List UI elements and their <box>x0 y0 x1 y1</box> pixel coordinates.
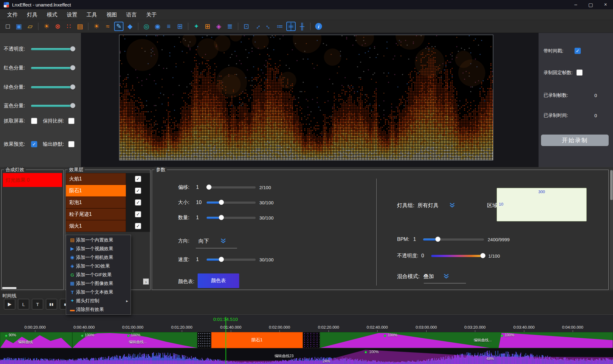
maximize-button[interactable]: ▢ <box>583 0 598 9</box>
grab-screen-checkbox[interactable] <box>31 118 37 124</box>
opacity-slider[interactable] <box>31 48 75 50</box>
menu-view[interactable]: 视图 <box>102 9 122 20</box>
keep-ratio-checkbox[interactable] <box>68 118 74 124</box>
playhead[interactable] <box>226 317 226 364</box>
red-slider-handle[interactable] <box>70 65 75 70</box>
colormap-button[interactable]: 颜色表 <box>198 273 239 288</box>
fixture-group-combo[interactable]: 灯具组: 所有灯具 <box>397 202 455 209</box>
layer-bubble-checkbox[interactable]: ✓ <box>135 199 141 206</box>
layer-row-firework[interactable]: 烟火1 ✓ <box>66 220 150 232</box>
menu-clear-all-effects[interactable]: ▬清除所有效果 <box>66 305 131 314</box>
minimize-button[interactable]: – <box>568 0 583 9</box>
layer-row-particle-trail[interactable]: 粒子尾迹1 ✓ <box>66 208 150 220</box>
menu-add-video-effect[interactable]: ▶添加一个视频效果 <box>66 244 131 253</box>
fixed-frames-checkbox[interactable] <box>576 69 583 76</box>
menu-mode[interactable]: 模式 <box>42 9 62 20</box>
speed-param-slider[interactable] <box>207 259 256 261</box>
menu-add-text-effect[interactable]: T添加一个文本效果 <box>66 288 131 296</box>
layer-row-bubble[interactable]: 彩泡1 ✓ <box>66 197 150 208</box>
direction-combo[interactable]: 方向: 向下 <box>178 237 226 245</box>
ink-fill-icon[interactable]: ◆ <box>125 22 135 31</box>
effect-preview-checkbox[interactable]: ✓ <box>31 141 37 147</box>
brightness-icon[interactable]: ☀ <box>92 22 101 31</box>
compose-hscrollbar[interactable] <box>2 287 16 289</box>
offset-param-slider[interactable] <box>207 186 256 189</box>
bpm-slider[interactable] <box>423 238 484 241</box>
menu-add-camera-effect[interactable]: ◉添加一个相机效果 <box>66 253 131 262</box>
close-button[interactable]: × <box>598 0 613 9</box>
layer-opacity-slider-handle[interactable] <box>480 253 485 258</box>
layers-scroll-right-button[interactable]: › <box>143 278 149 285</box>
size-param-slider[interactable] <box>207 202 256 204</box>
offset-slider-handle[interactable] <box>206 184 212 190</box>
playlist-icon[interactable]: ≔ <box>275 22 284 31</box>
fullscreen-icon[interactable]: ↔ <box>262 20 275 33</box>
menu-settings[interactable]: 设置 <box>62 9 82 20</box>
menu-add-3d-effect[interactable]: ◈添加一个3D效果 <box>66 262 131 270</box>
spray-icon[interactable]: ≈ <box>103 22 112 31</box>
layer-particle-checkbox[interactable]: ✓ <box>135 211 141 217</box>
chevron-down-icon[interactable] <box>220 238 226 243</box>
red-component-slider[interactable] <box>31 67 75 69</box>
grid-layout-icon[interactable]: ⊞ <box>175 22 185 31</box>
opacity-slider-handle[interactable] <box>70 46 75 51</box>
new-file-icon[interactable]: □ <box>3 22 12 31</box>
menu-language[interactable]: 语言 <box>122 9 141 20</box>
timeline-ruler[interactable]: 0:01:34.510 0:00:20.000 0:00:40.000 0:01… <box>0 315 613 332</box>
light-effect-item[interactable]: 灯光效果 0 <box>3 173 62 187</box>
time-marker-button[interactable]: T <box>32 299 43 309</box>
fixture-group-value[interactable]: 所有灯具 <box>418 202 439 209</box>
preview-eye-icon[interactable]: ◉ <box>153 22 162 31</box>
save-icon[interactable]: ▣ <box>14 22 24 31</box>
blue-component-slider[interactable] <box>31 105 75 107</box>
sliders-vertical-icon[interactable]: ╫ <box>298 22 307 31</box>
fit-frame-icon[interactable]: ⊡ <box>242 22 251 31</box>
menu-moving-head-control[interactable]: ✦摇头灯控制▸ <box>66 296 131 305</box>
direction-value[interactable]: 向下 <box>199 237 209 245</box>
expand-diagonal-icon[interactable]: ↔ <box>251 20 264 33</box>
count-slider-handle[interactable] <box>219 215 224 220</box>
clip-video-thumb[interactable] <box>197 332 211 348</box>
green-component-slider[interactable] <box>31 86 75 88</box>
menu-add-builtin-effect[interactable]: ▤添加一个内置效果 <box>66 236 131 244</box>
sliders-horizontal-icon[interactable]: ╪ <box>286 22 296 31</box>
count-param-slider[interactable] <box>207 217 256 219</box>
menu-fixtures[interactable]: 灯具 <box>22 9 42 20</box>
bpm-slider-handle[interactable] <box>435 237 441 242</box>
open-folder-icon[interactable]: ▱ <box>25 22 35 31</box>
layer-opacity-slider[interactable] <box>431 255 485 257</box>
menu-add-image-effect[interactable]: ▦添加一个图像效果 <box>66 279 131 288</box>
menu-file[interactable]: 文件 <box>2 9 22 20</box>
lamp-effect-icon[interactable]: ☀ <box>42 22 51 31</box>
color-diamond-icon[interactable]: ◈ <box>214 22 223 31</box>
led-dots-icon[interactable]: ∷ <box>64 22 74 31</box>
layer-fire-checkbox[interactable]: ✓ <box>135 176 141 182</box>
blend-mode-value[interactable]: 叠加 <box>423 273 434 280</box>
chevron-down-icon[interactable] <box>443 274 449 279</box>
blue-slider-handle[interactable] <box>70 103 75 108</box>
params-vscrollbar[interactable] <box>610 170 613 290</box>
menu-tools[interactable]: 工具 <box>82 9 102 20</box>
layer-row-meteor[interactable]: 陨石1 ✓ <box>66 185 150 197</box>
rgb-matrix-icon[interactable]: ⊞ <box>203 22 212 31</box>
blend-mode-combo[interactable]: 混合模式: 叠加 <box>397 273 449 280</box>
layer-firework-checkbox[interactable]: ✓ <box>135 223 141 229</box>
effect-list-icon[interactable]: ▤ <box>75 22 85 31</box>
menu-add-gif-effect[interactable]: G添加一个GIF效果 <box>66 270 131 279</box>
timestamp-checkbox[interactable]: ✓ <box>575 48 581 54</box>
chevron-down-icon[interactable] <box>449 203 455 208</box>
draw-pencil-icon[interactable]: ✎ <box>114 22 123 31</box>
loop-button[interactable]: L <box>18 299 29 309</box>
clip-firework-thumb[interactable] <box>303 332 320 348</box>
menu-about[interactable]: 关于 <box>141 9 161 20</box>
clip-curve-3[interactable] <box>320 332 613 348</box>
layer-meteor-checkbox[interactable]: ✓ <box>135 188 141 194</box>
channel-mix-icon[interactable]: ≣ <box>225 22 235 31</box>
clip-meteor[interactable]: 陨石1 <box>211 332 303 348</box>
area-preview-box[interactable]: 300 10 <box>497 188 587 221</box>
pause-button[interactable]: ▮▮ <box>46 299 57 309</box>
moving-head-icon[interactable]: ✦ <box>192 22 201 31</box>
size-slider-handle[interactable] <box>219 200 224 205</box>
output-silent-checkbox[interactable] <box>68 141 74 147</box>
info-icon[interactable]: i <box>314 22 323 31</box>
